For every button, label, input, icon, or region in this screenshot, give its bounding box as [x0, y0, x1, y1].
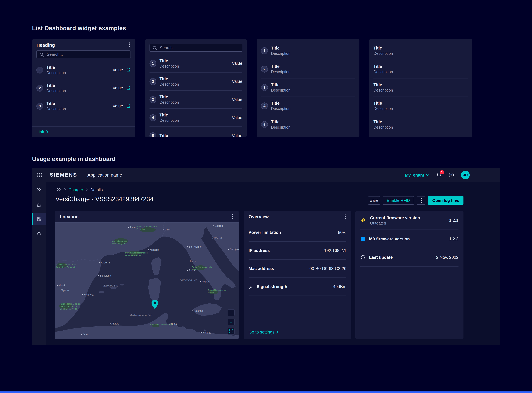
- breadcrumb: Charger Details: [56, 187, 103, 192]
- row-text: M0 firmware version: [369, 236, 410, 241]
- list-item[interactable]: 3 Title Description Value: [36, 97, 131, 115]
- user-avatar[interactable]: JD: [461, 171, 470, 179]
- item-title: Title: [271, 82, 291, 88]
- item-number-badge: 4: [149, 114, 156, 121]
- notification-badge: 1: [440, 170, 444, 174]
- item-title: Title: [46, 65, 66, 70]
- item-text: Title Description: [159, 58, 179, 69]
- breadcrumb-root-icon[interactable]: [56, 187, 61, 192]
- open-log-files-button[interactable]: Open log files: [428, 196, 463, 205]
- list-item[interactable]: 4 Title Description: [261, 97, 355, 115]
- sidebar-item-charger[interactable]: [32, 213, 46, 225]
- brand-logo: SIEMENS: [50, 172, 77, 178]
- kebab-menu-icon[interactable]: [232, 214, 234, 220]
- widget-list: 1 Title Description Value 2 Title Descri…: [149, 54, 242, 137]
- item-title: Title: [271, 119, 291, 124]
- list-item[interactable]: 3 Title Description Value: [149, 91, 242, 109]
- item-description: Description: [271, 51, 291, 56]
- item-title: Title: [159, 94, 179, 99]
- list-item[interactable]: Title Description: [374, 60, 468, 79]
- sidebar-item-home[interactable]: [32, 199, 46, 211]
- item-title: Title: [271, 101, 291, 106]
- list-item-clipped[interactable]: 5 Title Value: [149, 127, 242, 137]
- list-item[interactable]: Title Description: [374, 79, 468, 97]
- sidebar-item-users[interactable]: [32, 226, 46, 239]
- item-value: Value: [232, 97, 242, 102]
- item-text: Title Description: [159, 94, 179, 105]
- kebab-menu-icon[interactable]: [128, 42, 131, 48]
- zoom-in-button[interactable]: +: [228, 309, 235, 316]
- item-text: Title Description: [271, 101, 291, 111]
- list-item[interactable]: 5 Title Description: [261, 115, 355, 134]
- breadcrumb-charger[interactable]: Charger: [69, 187, 83, 192]
- help-button[interactable]: ?: [448, 172, 454, 178]
- kebab-menu-icon[interactable]: [344, 214, 346, 220]
- item-title: Title: [159, 112, 179, 118]
- item-number-badge: [36, 121, 43, 121]
- list-item[interactable]: Title Description: [374, 115, 468, 134]
- widget-card-heading: Heading 1 Title Description Value 2 Titl…: [32, 39, 135, 137]
- item-text: Title Description: [271, 119, 291, 130]
- item-description: Description: [159, 82, 179, 87]
- list-item[interactable]: 1 Title Description: [261, 42, 355, 60]
- card-footer-link[interactable]: Link: [32, 126, 135, 137]
- item-title: Title: [159, 58, 179, 63]
- list-item[interactable]: 1 Title Description Value: [149, 54, 242, 73]
- list-item[interactable]: 4 Title Description Value: [149, 109, 242, 127]
- item-text: Title Description: [374, 82, 393, 93]
- row-label: M0 firmware version: [369, 236, 410, 241]
- list-item[interactable]: 2 Title Description Value: [36, 79, 131, 97]
- zoom-out-button[interactable]: −: [228, 319, 235, 325]
- list-item[interactable]: Title Description: [374, 42, 468, 60]
- person-icon: [36, 230, 42, 236]
- row-value: 1.2.3: [449, 236, 458, 241]
- item-description: Description: [374, 69, 393, 74]
- row-label: Last update: [369, 255, 393, 260]
- item-text: Title Description: [374, 45, 393, 56]
- list-item[interactable]: 2 Title Description: [261, 60, 355, 79]
- firmware-rows: Current firmware version Outdated 1.2.1 …: [360, 211, 458, 267]
- tenant-label: MyTenant: [405, 173, 424, 177]
- item-text: Title: [159, 133, 168, 137]
- item-description: Description: [374, 125, 393, 130]
- sidebar-expand-button[interactable]: [32, 184, 46, 195]
- item-description: Description: [374, 51, 393, 56]
- external-link-icon[interactable]: [126, 68, 131, 72]
- item-title: Title: [159, 133, 168, 137]
- search-box[interactable]: [149, 44, 242, 52]
- item-description: Description: [46, 88, 66, 93]
- fullscreen-button[interactable]: [228, 328, 235, 335]
- search-input[interactable]: [159, 45, 239, 50]
- item-description: Description: [159, 100, 179, 105]
- more-actions-button[interactable]: [417, 196, 425, 205]
- list-item[interactable]: 1 Title Description Value: [36, 61, 131, 79]
- application-name: Application name: [87, 172, 122, 177]
- item-title: Title: [374, 45, 393, 51]
- go-to-settings-link[interactable]: Go to settings: [249, 330, 279, 334]
- app-switcher-icon[interactable]: [37, 172, 42, 178]
- list-item[interactable]: 3 Title Description: [261, 79, 355, 97]
- link-label: Link: [36, 130, 44, 134]
- notifications-button[interactable]: 1: [436, 172, 442, 178]
- map[interactable]: LyonMilanZagrebParco Nazionale Gran Para…: [55, 222, 239, 339]
- list-item[interactable]: 2 Title Description Value: [149, 73, 242, 91]
- item-number-badge: 2: [36, 84, 43, 91]
- list-item[interactable]: Title Description: [374, 97, 468, 115]
- item-number-badge: 3: [36, 103, 43, 109]
- enable-rfid-button[interactable]: Enable RFID: [383, 196, 414, 205]
- widget-card-plain: Title Description Title Description Titl…: [369, 39, 472, 137]
- external-link-icon[interactable]: [126, 86, 131, 90]
- app-header-actions: MyTenant 1 ? JD: [405, 168, 470, 182]
- list-item-clipped[interactable]: Title: [36, 115, 131, 121]
- item-value: Value: [232, 133, 242, 137]
- external-link-icon[interactable]: [126, 104, 131, 108]
- design-canvas: List Dashboard widget examples Heading 1…: [0, 0, 532, 393]
- item-text: Title Description: [159, 76, 179, 87]
- truncated-action-button[interactable]: ware: [368, 196, 380, 205]
- location-card: Location: [55, 211, 239, 339]
- tenant-selector[interactable]: MyTenant: [405, 173, 429, 177]
- search-box[interactable]: [36, 50, 131, 58]
- overview-row: IP address 192.168.2.1: [249, 242, 346, 260]
- home-icon: [36, 202, 42, 208]
- search-input[interactable]: [46, 52, 128, 57]
